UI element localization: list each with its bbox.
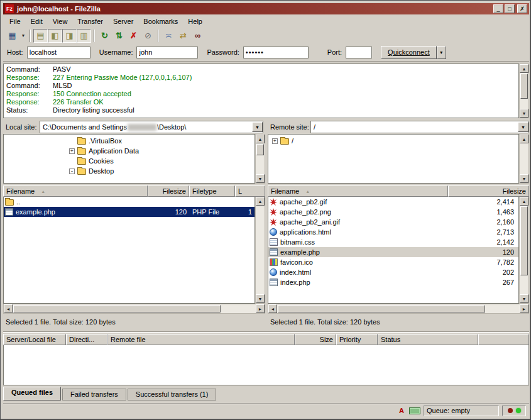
tree-item[interactable]: -Desktop <box>4 166 255 176</box>
scroll-right-button[interactable]: ► <box>256 304 265 313</box>
local-site-combobox[interactable]: C:\Documents and Settings\Desktop\ ▼ <box>40 121 263 133</box>
dropdown-arrow-icon[interactable]: ▼ <box>252 122 263 132</box>
synchronized-browsing-button[interactable]: ⇄ <box>176 29 190 43</box>
username-input[interactable] <box>136 47 198 58</box>
file-row[interactable]: .. <box>4 197 255 207</box>
scroll-down-button[interactable]: ▼ <box>520 174 528 183</box>
file-row[interactable]: apache_pb2.gif 2,414 <box>268 197 518 207</box>
file-row[interactable]: apache_pb2.png 1,463 <box>268 207 518 217</box>
refresh-button[interactable]: ↻ <box>97 29 112 43</box>
menu-bookmarks[interactable]: Bookmarks <box>138 16 183 27</box>
tab-failed-transfers[interactable]: Failed transfers <box>62 389 126 401</box>
column-header-remote-file[interactable]: Remote file <box>107 334 295 345</box>
file-row-selected[interactable]: example.php 120 PHP File 1 <box>4 207 255 217</box>
menu-transfer[interactable]: Transfer <box>72 16 108 27</box>
scroll-down-button[interactable]: ▼ <box>520 294 528 303</box>
scrollbar-thumb[interactable] <box>520 74 528 99</box>
password-input[interactable] <box>243 47 309 58</box>
dropdown-arrow-icon[interactable]: ▼ <box>518 122 528 132</box>
port-input[interactable] <box>346 47 372 58</box>
column-header-server-local-file[interactable]: Server/Local file <box>3 334 66 345</box>
scroll-down-button[interactable]: ▼ <box>520 109 528 118</box>
scroll-up-button[interactable]: ▲ <box>520 197 528 206</box>
menu-help[interactable]: Help <box>183 16 207 27</box>
local-tree-scrollbar[interactable]: ▲ ▼ <box>255 134 265 184</box>
column-header-status[interactable]: Status <box>378 334 478 345</box>
menu-file[interactable]: File <box>4 16 26 27</box>
file-row[interactable]: favicon.ico 7,782 <box>268 257 518 267</box>
tree-expander[interactable]: - <box>69 169 75 174</box>
tree-item[interactable]: .VirtualBox <box>4 136 255 146</box>
tree-item[interactable]: +Application Data <box>4 146 255 156</box>
find-files-icon: ∞ <box>195 31 200 40</box>
scrollbar-thumb[interactable] <box>520 206 528 275</box>
menu-edit[interactable]: Edit <box>26 16 48 27</box>
tab-successful-transfers[interactable]: Successful transfers (1) <box>128 389 217 401</box>
directory-comparison-button[interactable]: ≍ <box>161 29 176 43</box>
file-row[interactable]: bitnami.css 2,142 <box>268 237 518 247</box>
maximize-button[interactable]: □ <box>505 4 515 13</box>
transfer-queue-list[interactable] <box>3 345 529 385</box>
quickconnect-button[interactable]: Quickconnect <box>381 46 437 59</box>
column-header-filename[interactable]: Filename▲ <box>268 185 448 197</box>
quickconnect-dropdown[interactable]: ▼ <box>437 46 446 59</box>
remote-list-scrollbar[interactable]: ▲ ▼ <box>519 197 529 304</box>
scroll-down-button[interactable]: ▼ <box>256 294 265 303</box>
local-list-hscrollbar[interactable]: ◄ ► <box>3 304 265 314</box>
site-manager-icon: ▦ <box>8 31 16 40</box>
file-row[interactable]: applications.html 2,713 <box>268 227 518 237</box>
process-queue-button[interactable]: ⇅ <box>112 29 126 43</box>
scrollbar-thumb[interactable] <box>278 305 485 312</box>
remote-list-hscrollbar[interactable]: ◄ ► <box>268 304 529 314</box>
disconnect-button[interactable]: ⊘ <box>141 29 155 43</box>
menu-view[interactable]: View <box>48 16 73 27</box>
site-manager-button[interactable]: ▦ <box>5 29 19 43</box>
site-manager-dropdown[interactable]: ▼ <box>19 29 27 43</box>
column-header-filename[interactable]: Filename▲ <box>3 185 148 197</box>
scroll-up-button[interactable]: ▲ <box>520 64 528 73</box>
tree-expander[interactable]: + <box>272 138 278 144</box>
remote-site-combobox[interactable]: / ▼ <box>310 121 529 133</box>
column-header-modified[interactable]: L <box>235 185 265 197</box>
column-header-filesize[interactable]: Filesize <box>148 185 189 197</box>
close-button[interactable]: ✗ <box>517 4 527 13</box>
column-header-size[interactable]: Size <box>295 334 336 345</box>
folder-icon <box>280 138 289 145</box>
menu-server[interactable]: Server <box>108 16 138 27</box>
toggle-transfer-queue-button[interactable]: ▥ <box>77 29 91 43</box>
column-header-filetype[interactable]: Filetype <box>189 185 235 197</box>
remote-tree-scrollbar[interactable]: ▲ ▼ <box>519 134 529 184</box>
title-bar[interactable]: Fz john@localhost - FileZilla _ □ ✗ <box>3 3 529 14</box>
tree-item[interactable]: Cookies <box>4 156 255 166</box>
scroll-down-button[interactable]: ▼ <box>256 174 265 183</box>
app-icon[interactable]: Fz <box>5 4 14 13</box>
scroll-left-button[interactable]: ◄ <box>4 304 13 313</box>
minimize-button[interactable]: _ <box>493 4 503 13</box>
tree-expander[interactable]: + <box>69 148 75 154</box>
scroll-up-button[interactable]: ▲ <box>256 197 265 206</box>
column-header-direction[interactable]: Directi... <box>66 334 107 345</box>
tree-item[interactable]: +/ <box>268 136 518 146</box>
scroll-up-button[interactable]: ▲ <box>520 135 528 143</box>
file-row[interactable]: index.php 267 <box>268 277 518 287</box>
toggle-remote-tree-button[interactable]: ◨ <box>62 29 77 43</box>
file-row-selected[interactable]: example.php 120 <box>268 247 518 257</box>
scrollbar-thumb[interactable] <box>256 144 264 155</box>
host-input[interactable] <box>27 47 90 58</box>
tab-queued-files[interactable]: Queued files <box>3 387 61 401</box>
column-header-filesize[interactable]: Filesize <box>448 185 529 197</box>
filesize-cell: 2,414 <box>449 197 517 207</box>
local-list-scrollbar[interactable]: ▲ ▼ <box>255 197 265 304</box>
scroll-left-button[interactable]: ◄ <box>268 304 277 313</box>
file-row[interactable]: index.html 202 <box>268 267 518 277</box>
scrollbar-thumb[interactable] <box>13 305 221 312</box>
toggle-local-tree-button[interactable]: ◧ <box>48 29 62 43</box>
find-files-button[interactable]: ∞ <box>190 29 205 43</box>
scroll-right-button[interactable]: ► <box>520 304 528 313</box>
scroll-up-button[interactable]: ▲ <box>256 135 265 143</box>
column-header-priority[interactable]: Priority <box>336 334 378 345</box>
toggle-message-log-button[interactable]: ▤ <box>33 29 48 43</box>
file-row[interactable]: apache_pb2_ani.gif 2,160 <box>268 217 518 227</box>
log-scrollbar[interactable]: ▲ ▼ <box>519 64 529 118</box>
cancel-button[interactable]: ✗ <box>126 29 141 43</box>
